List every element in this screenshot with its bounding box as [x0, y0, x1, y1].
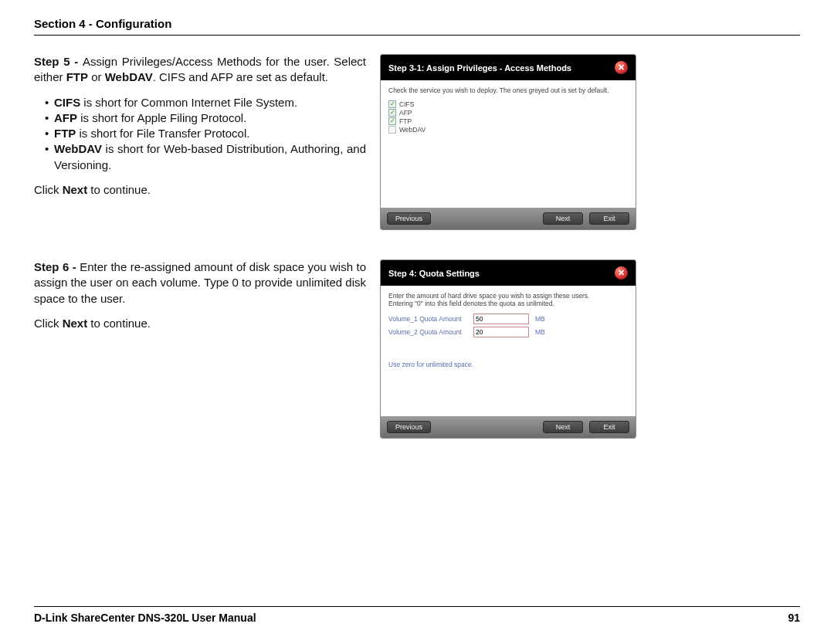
click-next-bold-6: Next [63, 317, 88, 330]
dialog1-body: Check the service you wish to deploy. Th… [381, 80, 636, 208]
previous-button[interactable]: Previous [387, 212, 431, 225]
step5-label: Step 5 - [34, 55, 83, 68]
dialog-quota: Step 4: Quota Settings ✕ Enter the amoun… [380, 259, 636, 439]
dialog2-body: Enter the amount of hard drive space you… [381, 286, 636, 416]
step5-webdav: WebDAV [105, 70, 153, 83]
bullet-afp-t: is short for Apple Filing Protocol. [77, 111, 246, 124]
v2-quota-input[interactable] [473, 327, 529, 337]
cb-row-afp: ✓ AFP [388, 109, 628, 117]
v1-unit: MB [535, 315, 545, 323]
cb-row-cifs: ✓ CIFS [388, 100, 628, 108]
step6-label-bold: Step 6 - [34, 260, 80, 273]
step5-ftp: FTP [66, 70, 88, 83]
footer-manual-title: D-Link ShareCenter DNS-320L User Manual [34, 612, 256, 624]
checkbox-afp[interactable]: ✓ [388, 109, 396, 117]
step6-lead-rest: Enter the re-assigned amount of disk spa… [34, 260, 366, 305]
click-pre: Click [34, 183, 63, 196]
bullet-cifs-b: CIFS [54, 96, 80, 109]
section-header: Section 4 - Configuration [34, 17, 800, 36]
quota-row-v1: Volume_1 Quota Amount MB [388, 314, 628, 324]
step5-click-next: Click Next to continue. [34, 182, 366, 198]
dialog2-hint1: Enter the amount of hard drive space you… [388, 292, 628, 300]
step6-lead: Step 6 - Enter the re-assigned amount of… [34, 259, 366, 307]
dialog-privileges: Step 3-1: Assign Privileges - Access Met… [380, 54, 636, 230]
click-pre-6: Click [34, 317, 63, 330]
step5-lead: Step 5 - Assign Privileges/Access Method… [34, 54, 366, 86]
cb-label-cifs: CIFS [399, 100, 414, 108]
exit-button[interactable]: Exit [589, 212, 629, 225]
v2-unit: MB [535, 328, 545, 336]
dialog1-hint: Check the service you wish to deploy. Th… [388, 86, 628, 94]
bullet-ftp: FTP is short for File Transfer Protocol. [45, 126, 366, 141]
step5-or: or [88, 70, 105, 83]
bullet-afp-b: AFP [54, 111, 77, 124]
checkbox-ftp[interactable]: ✓ [388, 117, 396, 125]
v1-label: Volume_1 Quota Amount [388, 315, 467, 323]
step5-row: Step 5 - Assign Privileges/Access Method… [34, 54, 800, 230]
bullet-cifs-t: is short for Common Internet File System… [80, 96, 297, 109]
v2-label: Volume_2 Quota Amount [388, 328, 467, 336]
dialog1-titlebar: Step 3-1: Assign Privileges - Access Met… [381, 55, 636, 80]
dialog1-footer: Previous Next Exit [381, 208, 636, 229]
previous-button[interactable]: Previous [387, 421, 431, 433]
next-button[interactable]: Next [543, 212, 583, 225]
dialog2-hint2: Entering "0" into this field denotes the… [388, 300, 628, 307]
bullet-webdav: WebDAV is short for Web-based Distributi… [45, 141, 366, 173]
dialog1-title-text: Step 3-1: Assign Privileges - Access Met… [388, 63, 571, 73]
page-number: 91 [788, 612, 800, 624]
exit-button[interactable]: Exit [589, 421, 629, 433]
v1-quota-input[interactable] [473, 314, 529, 324]
next-button[interactable]: Next [543, 421, 583, 433]
step6-row: Step 6 - Enter the re-assigned amount of… [34, 259, 800, 439]
dialog2-title-text: Step 4: Quota Settings [388, 269, 480, 278]
step6-click-next: Click Next to continue. [34, 316, 366, 331]
bullet-ftp-b: FTP [54, 127, 76, 140]
cb-label-afp: AFP [399, 109, 412, 117]
cb-label-ftp: FTP [399, 117, 412, 125]
step5-tail: . CIFS and AFP are set as default. [153, 70, 328, 83]
step5-text: Step 5 - Assign Privileges/Access Method… [34, 54, 366, 230]
click-next-bold: Next [63, 183, 88, 196]
bullet-ftp-t: is short for File Transfer Protocol. [76, 127, 249, 140]
dialog2-footer: Previous Next Exit [381, 416, 636, 438]
step5-bullets: CIFS is short for Common Internet File S… [34, 95, 366, 173]
cb-row-ftp: ✓ FTP [388, 117, 628, 125]
checkbox-cifs[interactable]: ✓ [388, 100, 396, 108]
page-footer: D-Link ShareCenter DNS-320L User Manual … [34, 606, 800, 624]
bullet-cifs: CIFS is short for Common Internet File S… [45, 95, 366, 110]
checkbox-webdav[interactable]: ✓ [388, 126, 396, 134]
bullet-afp: AFP is short for Apple Filing Protocol. [45, 110, 366, 126]
bullet-webdav-b: WebDAV [54, 142, 102, 155]
click-post: to continue. [87, 183, 151, 196]
step6-text: Step 6 - Enter the re-assigned amount of… [34, 259, 366, 439]
click-post-6: to continue. [87, 317, 151, 330]
quota-row-v2: Volume_2 Quota Amount MB [388, 327, 628, 337]
quota-note: Use zero for unlimited space. [388, 361, 628, 368]
dialog2-hint: Enter the amount of hard drive space you… [388, 292, 628, 307]
cb-label-webdav: WebDAV [399, 126, 425, 134]
dialog2-titlebar: Step 4: Quota Settings ✕ [381, 260, 636, 286]
close-icon[interactable]: ✕ [615, 266, 628, 280]
cb-row-webdav: ✓ WebDAV [388, 126, 628, 134]
close-icon[interactable]: ✕ [615, 61, 628, 74]
